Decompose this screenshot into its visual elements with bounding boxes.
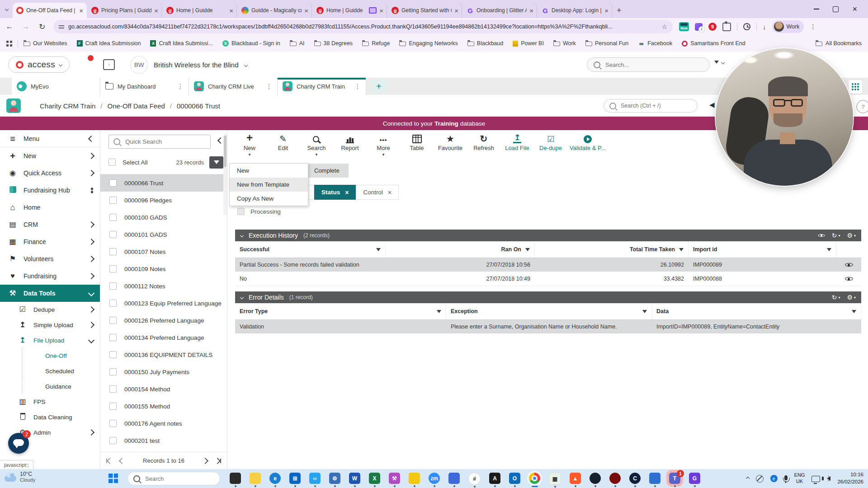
app-grid-icon[interactable] — [848, 80, 863, 94]
refresh-control[interactable]: ↻▾ — [832, 294, 840, 301]
record-list-item[interactable]: 0000155 Method — [100, 398, 227, 415]
breadcrumb-item[interactable]: Charity CRM Train — [40, 102, 95, 110]
start-button[interactable] — [108, 474, 118, 483]
extension-guidde-icon[interactable]: 9 — [708, 23, 717, 31]
bookmark-item[interactable]: Samaritans Front End — [682, 40, 745, 47]
toolbar-button[interactable]: Favourite — [434, 133, 467, 157]
site-settings-icon[interactable] — [59, 24, 64, 29]
prev-page-icon[interactable] — [120, 459, 124, 463]
microphone-icon[interactable] — [784, 475, 788, 480]
bookmark-item[interactable]: Refuge — [362, 40, 390, 47]
column-filter-icon[interactable] — [642, 310, 647, 313]
record-checkbox[interactable] — [109, 420, 117, 427]
filter-tab[interactable]: Status × — [314, 185, 356, 200]
window-maximize-button[interactable] — [833, 6, 839, 12]
tab-close-icon[interactable]: × — [529, 7, 533, 14]
record-checkbox[interactable] — [109, 214, 117, 221]
browser-tab[interactable]: One-Off Data Feed | Char... × — [13, 3, 87, 18]
taskbar-app-icon[interactable]: • — [529, 473, 540, 484]
record-list-item[interactable]: 0000096 Pledges — [100, 192, 227, 209]
record-checkbox[interactable] — [109, 197, 117, 204]
last-page-icon[interactable] — [215, 459, 222, 463]
org-switcher[interactable]: BW British Wireless for the Blind — [130, 56, 247, 74]
back-button[interactable]: ← — [5, 22, 14, 31]
taskbar-app-icon[interactable] — [609, 473, 621, 484]
workspace-tab[interactable]: MyEvo — [12, 78, 100, 95]
sidebar-item[interactable]: Dedupe — [0, 302, 100, 317]
taskbar-app-icon[interactable] — [590, 473, 601, 484]
sidebar-item[interactable]: Simple Upload — [0, 317, 100, 333]
bookmark-star-icon[interactable]: ☆ — [661, 23, 667, 30]
view-icon[interactable] — [818, 232, 825, 239]
toolbar-button[interactable]: More ▾ — [367, 133, 400, 157]
bookmark-item[interactable]: Personal Fun — [585, 40, 628, 47]
sidebar-item[interactable]: File Upload — [0, 333, 100, 348]
taskbar-app-icon[interactable]: O — [509, 473, 520, 484]
help-icon[interactable]: ? — [856, 100, 868, 113]
bookmark-item[interactable]: ∞ Facebook — [638, 40, 672, 47]
sidebar-item[interactable]: Quick Access — [0, 164, 100, 182]
address-bar[interactable]: go.accessacloud.com/8344c0da73494211bef7… — [53, 20, 673, 33]
sidebar-item[interactable]: One-Off — [0, 348, 100, 363]
clock[interactable]: 10:16 26/02/2026 — [837, 471, 863, 485]
column-header[interactable]: Error Type — [235, 303, 446, 319]
status-chip[interactable]: Complete — [305, 164, 349, 178]
record-checkbox[interactable] — [109, 231, 117, 238]
taskbar-app-icon[interactable] — [230, 473, 241, 484]
sidebar-item[interactable]: FPS — [0, 394, 100, 409]
toolbar-button[interactable]: Validate & P... — [567, 133, 608, 157]
extension-purple-icon[interactable]: 1 — [695, 23, 703, 31]
history-icon[interactable] — [743, 23, 750, 30]
toolbar-button[interactable]: Load File — [500, 133, 534, 157]
workspace-tab-menu-icon[interactable]: ⋮ — [266, 83, 272, 90]
sidebar-item[interactable]: Fundraising Hub — [0, 182, 100, 199]
window-close-button[interactable]: × — [852, 5, 857, 13]
breadcrumb-item[interactable]: 0000066 Trust — [177, 102, 220, 110]
tab-search-icon[interactable] — [5, 7, 9, 11]
row-view-icon[interactable] — [845, 261, 853, 268]
network-icon[interactable] — [811, 476, 820, 482]
workspace-tab[interactable]: Charity CRM Train ⋮ — [278, 78, 366, 95]
column-header[interactable]: Total Time Taken — [535, 241, 689, 258]
column-filter-icon[interactable] — [679, 248, 684, 251]
window-minimize-button[interactable] — [814, 9, 819, 9]
column-filter-icon[interactable] — [437, 310, 441, 313]
new-tab-button[interactable]: + — [613, 3, 634, 18]
bookmark-item[interactable]: F Craft Idea Submission — [77, 40, 141, 47]
toolbar-button[interactable]: Search ▾ — [300, 133, 333, 157]
url-text[interactable]: go.accessacloud.com/8344c0da73494211bef7… — [68, 23, 657, 30]
record-list-item[interactable]: 0000136 EQUIPMENT DETAILS — [100, 346, 227, 363]
record-list-item[interactable]: 0000066 Trust — [100, 174, 227, 192]
taskbar-app-icon[interactable]: ⚙ — [329, 473, 340, 484]
bookmark-item[interactable]: AI — [290, 40, 305, 47]
weather-widget[interactable]: 10°C Cloudy — [5, 471, 35, 483]
record-list-item[interactable]: 0000176 Agent notes — [100, 415, 227, 432]
filter-tab-close-icon[interactable]: × — [345, 189, 349, 196]
first-page-icon[interactable] — [106, 459, 112, 463]
hidden-icons-chevron[interactable] — [745, 477, 749, 480]
toolbar-button[interactable]: De-dupe — [534, 133, 567, 157]
sidebar-item[interactable]: Home — [0, 199, 100, 216]
record-list-item[interactable]: 0000107 Notes — [100, 243, 227, 260]
browser-tab[interactable]: Home | Guidde × — [313, 3, 387, 18]
browser-tab[interactable]: Onboarding | Glitter AI × — [463, 3, 537, 18]
breadcrumb-item[interactable]: One-Off Data Feed — [108, 102, 165, 110]
taskbar-search-input[interactable] — [144, 475, 226, 483]
column-filter-icon[interactable] — [376, 248, 381, 251]
tab-close-icon[interactable]: × — [304, 7, 308, 14]
sidebar-item[interactable]: CRM — [0, 216, 100, 233]
toolbar-button[interactable]: Refresh — [467, 133, 500, 157]
browser-tab[interactable]: Home | Guidde × — [163, 3, 237, 18]
record-checkbox[interactable] — [109, 334, 117, 341]
page-search-input[interactable] — [620, 102, 694, 109]
forward-button[interactable]: → — [21, 22, 31, 31]
do-not-disturb-icon[interactable] — [756, 475, 764, 483]
tab-close-icon[interactable]: × — [604, 7, 609, 14]
apps-grid-icon[interactable] — [6, 41, 12, 47]
quick-search-input[interactable] — [124, 138, 206, 145]
bookmark-item[interactable]: Engaging Networks — [399, 40, 458, 47]
access-logo-button[interactable]: access — [8, 56, 70, 73]
all-bookmarks-button[interactable]: All Bookmarks — [816, 40, 862, 47]
toolbar-button[interactable]: New ▾ — [233, 133, 266, 157]
taskbar-app-icon[interactable]: zm — [429, 473, 440, 484]
